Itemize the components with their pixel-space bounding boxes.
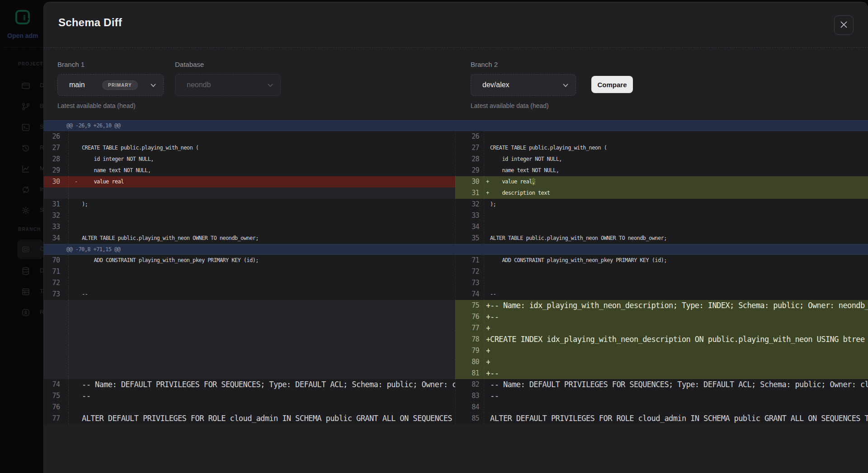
line-number-cell: 82 <box>455 379 484 390</box>
diff-marker <box>68 300 82 311</box>
sidebar-item-computes[interactable]: Computes <box>0 239 43 260</box>
code-line: ALTER DEFAULT PRIVILEGES FOR ROLE cloud_… <box>82 413 455 424</box>
diff-marker <box>68 266 82 277</box>
schema-diff-modal: Schema Diff Branch 1 Database Branch 2 m… <box>43 2 868 473</box>
sidebar-item-restore[interactable]: Restore <box>0 138 43 159</box>
line-number-cell: 29 <box>44 165 68 176</box>
line-number-cell: 26 <box>44 131 68 142</box>
diff-marker <box>68 379 82 390</box>
diff-row: 70 ADD CONSTRAINT playing_with_neon_pkey… <box>44 255 868 266</box>
close-button[interactable] <box>834 15 854 35</box>
sidebar-item-dashboard[interactable]: Dashboard <box>0 75 43 96</box>
diff-marker <box>68 368 82 379</box>
neon-logo[interactable] <box>15 10 30 24</box>
diff-marker: + <box>484 187 490 199</box>
code-line <box>82 266 455 277</box>
diff-marker: - <box>68 176 82 187</box>
line-number-cell: 78 <box>455 334 484 345</box>
line-number-cell: 34 <box>44 233 68 244</box>
code-line: -- <box>490 390 868 402</box>
diff-marker <box>484 210 490 221</box>
line-number-cell: 72 <box>455 266 484 277</box>
code-line: -- Name: DEFAULT PRIVILEGES FOR SEQUENCE… <box>82 379 455 390</box>
sql-editor-icon <box>21 123 30 132</box>
code-line <box>490 277 868 289</box>
schema-diff-viewer[interactable]: @@ -26,9 +26,10 @@262627CREATE TABLE pub… <box>44 120 868 424</box>
line-number-cell: 28 <box>455 154 484 165</box>
code-line <box>490 131 868 142</box>
line-number-cell: 71 <box>455 255 484 266</box>
compare-button[interactable]: Compare <box>591 76 633 93</box>
diff-marker: + <box>484 345 490 356</box>
line-number-cell <box>44 345 68 356</box>
diff-row: 74-- Name: DEFAULT PRIVILEGES FOR SEQUEN… <box>44 379 868 390</box>
close-icon <box>840 21 848 30</box>
sidebar-item-integrations[interactable]: Integrations <box>0 179 43 200</box>
code-line <box>82 210 455 221</box>
diff-row: 79+ <box>44 345 868 356</box>
roles-icon <box>21 308 30 317</box>
sidebar-item-settings[interactable]: Settings <box>0 200 43 221</box>
diff-marker <box>68 199 82 210</box>
database-label: Database <box>175 61 204 68</box>
diff-marker: + <box>484 300 490 311</box>
line-number-cell: 35 <box>455 233 484 244</box>
diff-marker <box>484 255 490 266</box>
diff-marker <box>68 413 82 424</box>
diff-row: 28 id integer NOT NULL,28 id integer NOT… <box>44 154 868 165</box>
hunk-header: @@ -26,9 +26,10 @@ <box>44 120 868 131</box>
diff-marker <box>68 289 82 300</box>
diff-marker <box>68 402 82 413</box>
line-number-cell: 77 <box>44 413 68 424</box>
settings-icon <box>21 206 30 215</box>
branch2-select[interactable]: dev/alex <box>471 74 576 96</box>
sidebar-item-sql-editor[interactable]: SQL Editor <box>0 117 43 138</box>
diff-marker <box>68 311 82 323</box>
sidebar-item-label: Databases <box>40 267 43 274</box>
code-line <box>82 402 455 413</box>
sidebar-section-branch: BRANCH <box>18 227 41 232</box>
sidebar-item-tables[interactable]: Tables <box>0 281 43 302</box>
code-line: CREATE TABLE public.playing_with_neon ( <box>82 142 455 154</box>
sidebar-item-label: Restore <box>40 144 43 151</box>
sidebar-item-label: Integrations <box>40 186 43 192</box>
chevron-down-icon <box>267 82 274 89</box>
code-line <box>490 356 868 368</box>
diff-marker <box>68 142 82 154</box>
code-line <box>82 323 455 334</box>
branch1-select[interactable]: main PRIMARY <box>57 74 164 96</box>
code-line: CREATE TABLE public.playing_with_neon ( <box>490 142 868 154</box>
line-number-cell: 76 <box>44 402 68 413</box>
diff-row: 76+-- <box>44 311 868 323</box>
branch2-value: dev/alex <box>482 81 509 89</box>
open-admin-link[interactable]: Open adm <box>7 32 38 39</box>
diff-marker: + <box>484 368 490 379</box>
code-line: ALTER TABLE public.playing_with_neon OWN… <box>82 233 455 244</box>
code-line <box>82 131 455 142</box>
chevron-down-icon <box>562 82 569 89</box>
diff-marker <box>484 379 490 390</box>
sidebar-item-databases[interactable]: Databases <box>0 261 43 281</box>
line-number-cell: 29 <box>455 165 484 176</box>
code-line: id integer NOT NULL, <box>490 154 868 165</box>
code-line: name text NOT NULL, <box>490 165 868 176</box>
diff-row: 73--74-- <box>44 289 868 300</box>
line-number-cell: 27 <box>44 142 68 154</box>
line-number-cell: 79 <box>455 345 484 356</box>
line-number-cell: 26 <box>455 131 484 142</box>
code-line: -- <box>82 390 455 402</box>
diff-marker <box>68 233 82 244</box>
diff-row: 7273 <box>44 277 868 289</box>
line-number-cell: 33 <box>455 210 484 221</box>
sidebar-item-roles[interactable]: Roles <box>0 302 43 323</box>
sidebar-item-label: Roles <box>40 309 43 315</box>
line-number-cell: 73 <box>44 289 68 300</box>
diff-row: 80+ <box>44 356 868 368</box>
database-select[interactable]: neondb <box>175 74 281 96</box>
code-line: value real <box>82 176 455 187</box>
diff-row: 30- value real30+ value real, <box>44 176 868 187</box>
sidebar-item-monitoring[interactable]: Monitoring <box>0 159 43 179</box>
sidebar-item-branches[interactable]: Branches <box>0 96 43 117</box>
sidebar-item-label: Settings <box>40 206 43 213</box>
code-line <box>82 356 455 368</box>
